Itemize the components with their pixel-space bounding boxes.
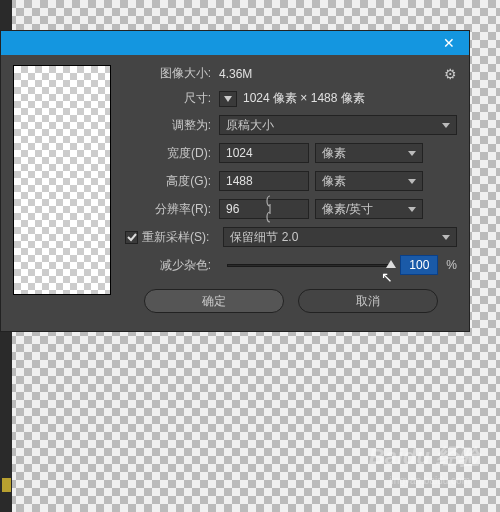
resample-row: 重新采样(S): 保留细节 2.0 — [125, 227, 457, 247]
image-size-dialog: ✕ 图像大小: 4.36M ⚙ 尺寸: 1024 像素 × 1488 像素 调整… — [0, 30, 470, 332]
dimensions-row: 尺寸: 1024 像素 × 1488 像素 — [125, 90, 457, 107]
noise-percent: % — [446, 258, 457, 272]
fit-to-row: 调整为: 原稿大小 — [125, 115, 457, 135]
width-input[interactable]: 1024 — [219, 143, 309, 163]
resolution-unit-value: 像素/英寸 — [322, 201, 373, 218]
noise-label: 减少杂色: — [125, 257, 211, 274]
width-unit-value: 像素 — [322, 145, 346, 162]
cancel-button[interactable]: 取消 — [298, 289, 438, 313]
image-size-value: 4.36M — [219, 67, 252, 81]
resample-checkbox[interactable] — [125, 231, 138, 244]
image-size-row: 图像大小: 4.36M ⚙ — [125, 65, 457, 82]
height-row: 高度(G): 1488 像素 — [149, 171, 457, 191]
fit-to-value: 原稿大小 — [226, 117, 274, 134]
height-unit-select[interactable]: 像素 — [315, 171, 423, 191]
slider-thumb-icon[interactable] — [386, 260, 396, 268]
height-unit-value: 像素 — [322, 173, 346, 190]
fit-to-label: 调整为: — [125, 117, 211, 134]
width-row: 宽度(D): 1024 像素 — [149, 143, 457, 163]
chevron-down-icon[interactable] — [219, 91, 237, 107]
resolution-unit-select[interactable]: 像素/英寸 — [315, 199, 423, 219]
noise-value-input[interactable]: 100 — [400, 255, 438, 275]
watermark-main: Baidu 经验 — [369, 442, 480, 472]
button-row: 确定 取消 — [125, 289, 457, 313]
dialog-body: 图像大小: 4.36M ⚙ 尺寸: 1024 像素 × 1488 像素 调整为:… — [1, 55, 469, 331]
image-size-label: 图像大小: — [125, 65, 211, 82]
noise-slider[interactable]: ↖ — [227, 264, 392, 267]
height-input[interactable]: 1488 — [219, 171, 309, 191]
width-unit-select[interactable]: 像素 — [315, 143, 423, 163]
close-icon[interactable]: ✕ — [437, 35, 461, 51]
ok-button[interactable]: 确定 — [144, 289, 284, 313]
resolution-label: 分辨率(R): — [125, 201, 211, 218]
resample-method-value: 保留细节 2.0 — [230, 229, 298, 246]
fit-to-select[interactable]: 原稿大小 — [219, 115, 457, 135]
width-label: 宽度(D): — [149, 145, 211, 162]
noise-row: 减少杂色: ↖ 100 % — [125, 255, 457, 275]
left-tool-swatch — [2, 478, 11, 492]
dialog-titlebar[interactable]: ✕ — [1, 31, 469, 55]
image-preview[interactable] — [13, 65, 111, 295]
dimensions-label: 尺寸: — [125, 90, 211, 107]
resample-method-select[interactable]: 保留细节 2.0 — [223, 227, 457, 247]
link-constrain-icon[interactable] — [261, 191, 279, 227]
resample-label: 重新采样(S): — [142, 229, 209, 246]
ok-button-label: 确定 — [202, 293, 226, 310]
dimensions-value: 1024 像素 × 1488 像素 — [243, 90, 365, 107]
height-label: 高度(G): — [149, 173, 211, 190]
resolution-row: 分辨率(R): 96 像素/英寸 — [125, 199, 457, 219]
cursor-icon: ↖ — [381, 269, 393, 285]
gear-icon[interactable]: ⚙ — [444, 66, 457, 82]
watermark-sub: jingyan.baidu.com — [389, 475, 470, 486]
cancel-button-label: 取消 — [356, 293, 380, 310]
